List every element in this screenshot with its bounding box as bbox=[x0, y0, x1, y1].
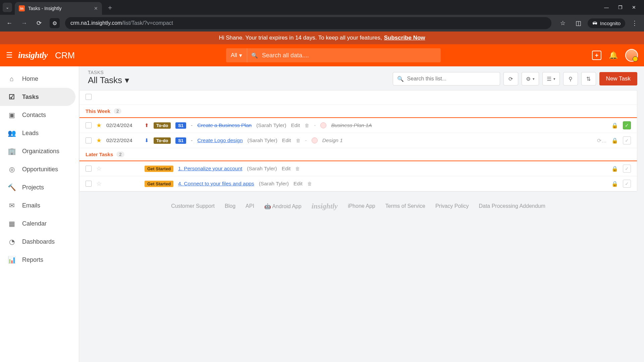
footer-link[interactable]: Customer Support bbox=[171, 203, 215, 209]
maximize-icon[interactable]: ❐ bbox=[618, 5, 623, 10]
sidebar-item-leads[interactable]: 👥Leads bbox=[0, 124, 79, 142]
search-scope-label: All bbox=[231, 52, 237, 59]
task-title-link[interactable]: 4. Connect to your files and apps bbox=[178, 181, 254, 187]
sidebar-item-organizations[interactable]: 🏢Organizations bbox=[0, 142, 79, 160]
footer-link[interactable]: iPhone App bbox=[348, 203, 375, 209]
reload-button[interactable]: ⟳ bbox=[33, 17, 45, 29]
bookmark-icon[interactable]: ☆ bbox=[557, 17, 569, 29]
related-icon bbox=[312, 137, 318, 143]
filter-button[interactable]: ⚲ bbox=[563, 72, 578, 85]
select-all-checkbox[interactable] bbox=[86, 94, 92, 100]
address-bar[interactable]: crm.na1.insightly.com/list/Task/?v=compa… bbox=[65, 17, 551, 29]
refresh-button[interactable]: ⟳ bbox=[503, 72, 518, 85]
section-header: Later Tasks2 bbox=[79, 148, 637, 161]
task-assignee: (Sarah Tyler) bbox=[256, 122, 286, 128]
sidebar-item-label: Leads bbox=[22, 130, 39, 137]
footer-link[interactable]: API bbox=[246, 203, 254, 209]
view-selector[interactable]: All Tasks ▾ bbox=[88, 75, 129, 85]
row-checkbox[interactable] bbox=[86, 137, 92, 143]
browser-tab[interactable]: in Tasks - Insightly ✕ bbox=[15, 2, 102, 15]
task-row: ★02/22/2024⬇To-doS1-Create Logo design(S… bbox=[79, 133, 637, 148]
user-avatar[interactable] bbox=[625, 49, 638, 62]
global-search-input[interactable] bbox=[258, 52, 441, 59]
tab-search-button[interactable]: ⌄ bbox=[3, 3, 12, 12]
list-search-input[interactable] bbox=[407, 76, 496, 82]
sidebar-item-reports[interactable]: 📊Reports bbox=[0, 251, 79, 269]
browser-tab-strip: ⌄ in Tasks - Insightly ✕ ＋ — ❐ ✕ bbox=[0, 0, 644, 15]
quick-add-button[interactable]: + bbox=[592, 51, 601, 60]
menu-toggle-icon[interactable]: ☰ bbox=[6, 51, 13, 60]
related-item[interactable]: Design 1 bbox=[322, 137, 343, 143]
footer-link[interactable]: Blog bbox=[225, 203, 235, 209]
side-panel-icon[interactable]: ◫ bbox=[572, 17, 584, 29]
section-count: 2 bbox=[114, 108, 121, 114]
close-window-icon[interactable]: ✕ bbox=[632, 5, 636, 10]
task-title-link[interactable]: Create Logo design bbox=[197, 137, 243, 143]
sidebar-item-home[interactable]: ⌂Home bbox=[0, 70, 79, 88]
app-logo[interactable]: insightly bbox=[18, 50, 48, 60]
close-tab-icon[interactable]: ✕ bbox=[94, 6, 98, 11]
delete-icon[interactable]: 🗑 bbox=[305, 123, 309, 128]
home-icon: ⌂ bbox=[7, 74, 16, 83]
delete-icon[interactable]: 🗑 bbox=[307, 181, 312, 186]
edit-link[interactable]: Edit bbox=[291, 122, 300, 128]
sidebar-item-emails[interactable]: ✉Emails bbox=[0, 196, 79, 215]
row-checkbox[interactable] bbox=[86, 122, 92, 128]
forward-button[interactable]: → bbox=[18, 17, 30, 29]
delete-icon[interactable]: 🗑 bbox=[296, 138, 301, 143]
section-header: This Week2 bbox=[79, 105, 637, 118]
task-date: 02/22/2024 bbox=[106, 137, 140, 143]
lock-icon: 🔒 bbox=[611, 166, 618, 172]
app-name: CRM bbox=[55, 50, 75, 61]
star-icon[interactable]: ★ bbox=[96, 122, 102, 129]
search-scope-dropdown[interactable]: All ▾ bbox=[226, 48, 247, 62]
complete-checkbox[interactable]: ✓ bbox=[623, 180, 631, 188]
sidebar-item-dashboards[interactable]: ◔Dashboards bbox=[0, 233, 79, 251]
calendar-icon: ▦ bbox=[7, 219, 16, 228]
sidebar-item-calendar[interactable]: ▦Calendar bbox=[0, 215, 79, 233]
star-icon[interactable]: ☆ bbox=[96, 180, 102, 187]
browser-menu-button[interactable]: ⋮ bbox=[629, 17, 641, 29]
task-row: ☆Get Started4. Connect to your files and… bbox=[79, 176, 637, 191]
edit-link[interactable]: Edit bbox=[293, 181, 303, 187]
sidebar-item-tasks[interactable]: ☑Tasks bbox=[0, 88, 75, 106]
row-checkbox[interactable] bbox=[86, 166, 92, 172]
incognito-indicator[interactable]: 🕶 Incognito bbox=[588, 18, 625, 28]
footer-link[interactable]: Terms of Service bbox=[385, 203, 425, 209]
sidebar-item-contacts[interactable]: ▣Contacts bbox=[0, 106, 79, 124]
minimize-icon[interactable]: — bbox=[604, 5, 609, 10]
sidebar-item-label: Emails bbox=[22, 202, 40, 209]
settings-button[interactable]: ⚙ ▾ bbox=[522, 72, 539, 85]
star-icon[interactable]: ★ bbox=[96, 137, 102, 144]
sidebar-item-label: Tasks bbox=[22, 94, 39, 101]
sidebar-item-projects[interactable]: 🔨Projects bbox=[0, 178, 79, 196]
complete-checkbox[interactable]: ✓ bbox=[623, 165, 631, 173]
sidebar-item-label: Calendar bbox=[22, 220, 47, 227]
new-tab-button[interactable]: ＋ bbox=[107, 3, 113, 12]
site-info-button[interactable]: ⚙ bbox=[50, 18, 60, 28]
notifications-icon[interactable]: 🔔 bbox=[609, 51, 618, 60]
complete-checkbox[interactable]: ✓ bbox=[623, 136, 631, 144]
view-mode-button[interactable]: ☰ ▾ bbox=[542, 72, 560, 85]
task-row: ☆Get Started1. Personalize your account(… bbox=[79, 161, 637, 176]
new-task-button[interactable]: New Task bbox=[599, 72, 637, 85]
footer-link[interactable]: Privacy Policy bbox=[435, 203, 469, 209]
sidebar-item-opportunities[interactable]: ◎Opportunities bbox=[0, 160, 79, 178]
page-content: Hi Shane. Your trial expires in 14 days.… bbox=[0, 32, 644, 362]
row-actions: ⟳…🔒✓ bbox=[597, 136, 631, 144]
edit-link[interactable]: Edit bbox=[282, 166, 291, 172]
task-title-link[interactable]: Create a Business Plan bbox=[197, 122, 252, 128]
edit-link[interactable]: Edit bbox=[282, 137, 291, 143]
footer-link[interactable]: 🤖 Android App bbox=[264, 203, 302, 209]
subscribe-now-link[interactable]: Subscribe Now bbox=[384, 35, 425, 41]
footer-link[interactable]: Data Processing Addendum bbox=[479, 203, 545, 209]
complete-checkbox[interactable]: ✓ bbox=[623, 121, 631, 129]
back-button[interactable]: ← bbox=[3, 17, 15, 29]
sort-button[interactable]: ⇅ bbox=[581, 72, 596, 85]
related-item[interactable]: Business Plan 1A bbox=[331, 122, 372, 128]
task-title-link[interactable]: 1. Personalize your account bbox=[178, 166, 242, 172]
delete-icon[interactable]: 🗑 bbox=[295, 166, 300, 171]
sync-icon[interactable]: ⟳… bbox=[597, 137, 607, 144]
star-icon[interactable]: ☆ bbox=[96, 165, 102, 172]
row-checkbox[interactable] bbox=[86, 181, 92, 187]
